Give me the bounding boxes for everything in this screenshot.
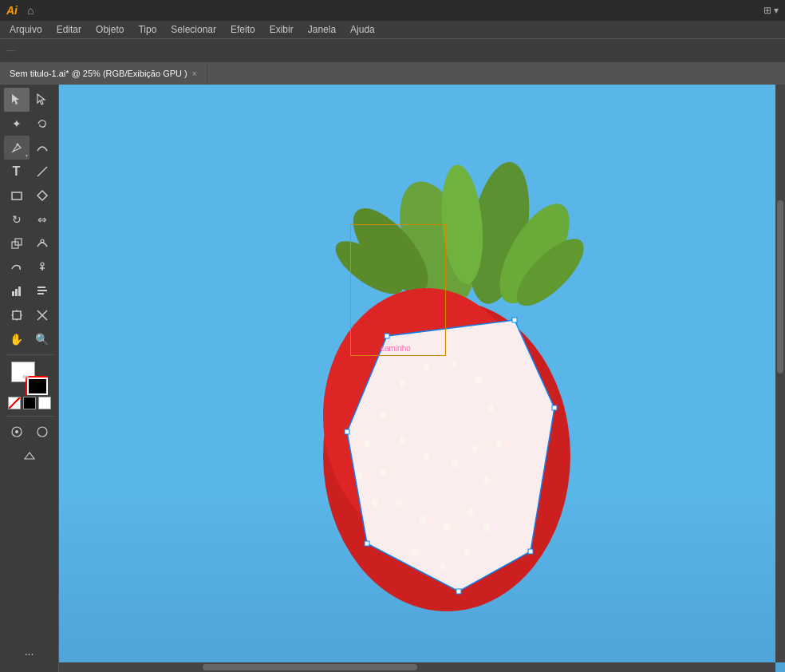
tool-row-type: T: [0, 160, 58, 184]
curvature-tool[interactable]: [30, 136, 55, 160]
svg-point-2: [16, 144, 18, 146]
tool-row-artboard: [0, 303, 58, 327]
menu-exibir[interactable]: Exibir: [263, 22, 300, 37]
home-icon[interactable]: ⌂: [27, 4, 34, 17]
tabbar: Sem titulo-1.ai* @ 25% (RGB/Exibição GPU…: [0, 62, 785, 85]
white-swatch[interactable]: [38, 397, 51, 409]
black-swatch[interactable]: [23, 397, 36, 409]
color-swatch-area: ⇆: [5, 358, 54, 413]
canvas-area[interactable]: caminho: [59, 85, 785, 672]
menu-objeto[interactable]: Objeto: [89, 22, 130, 37]
horizontal-scrollbar-thumb[interactable]: [203, 664, 417, 670]
tool-row-extra: [0, 420, 58, 444]
tool-row-extra2: [0, 444, 58, 468]
menu-efeito[interactable]: Efeito: [224, 22, 262, 37]
svg-rect-4: [12, 192, 22, 200]
strawberry-image: [243, 160, 658, 655]
menu-editar[interactable]: Editar: [50, 22, 88, 37]
lasso-tool[interactable]: [30, 112, 55, 136]
graph-col-tool[interactable]: [30, 279, 55, 303]
svg-rect-16: [37, 287, 45, 288]
svg-rect-66: [345, 429, 349, 434]
draw-inside-tool[interactable]: [4, 420, 30, 444]
svg-rect-15: [37, 293, 44, 294]
svg-point-26: [37, 427, 47, 437]
svg-rect-17: [13, 311, 21, 319]
shaper-tool[interactable]: [30, 184, 55, 208]
toolbar-top-handle: ····: [6, 46, 15, 55]
artwork-scene: caminho: [59, 85, 785, 672]
svg-rect-11: [12, 291, 14, 296]
pen-tool[interactable]: ▾: [4, 136, 30, 160]
scale-tool[interactable]: [4, 231, 30, 255]
tab-close-button[interactable]: ×: [192, 69, 197, 78]
rotate-tool[interactable]: ↻: [4, 208, 30, 231]
swap-colors-icon[interactable]: ⇆: [22, 373, 29, 381]
slice-tool[interactable]: [30, 303, 55, 327]
no-color-swatch[interactable]: [8, 397, 21, 409]
menu-arquivo[interactable]: Arquivo: [3, 22, 49, 37]
artboard-tool[interactable]: [4, 303, 30, 327]
vertical-scrollbar[interactable]: [775, 85, 785, 662]
svg-marker-1: [37, 94, 45, 105]
main-workspace: ✦ ▾ T: [0, 85, 785, 672]
tool-row-rotate: ↻ ⇔: [0, 208, 58, 231]
tool-row-graph: [0, 279, 58, 303]
puppet-warp-tool[interactable]: [30, 255, 55, 279]
rectangle-tool[interactable]: [4, 184, 30, 208]
tool-row-warp: [0, 255, 58, 279]
warp-tool[interactable]: [4, 255, 30, 279]
svg-rect-60: [385, 334, 389, 338]
tab-label: Sem titulo-1.ai* @ 25% (RGB/Exibição GPU…: [10, 69, 187, 78]
zoom-tool[interactable]: 🔍: [30, 327, 55, 351]
svg-line-3: [37, 167, 47, 176]
hand-tool[interactable]: ✋: [4, 327, 30, 351]
type-tool[interactable]: T: [4, 160, 30, 184]
tool-row-scale: [0, 231, 58, 255]
document-tab[interactable]: Sem titulo-1.ai* @ 25% (RGB/Exibição GPU…: [0, 62, 207, 85]
vertical-scrollbar-thumb[interactable]: [777, 200, 783, 374]
svg-rect-62: [552, 405, 557, 410]
perspective-tool[interactable]: [17, 444, 42, 468]
tool-divider-2: [6, 416, 53, 417]
left-toolbar: ✦ ▾ T: [0, 85, 59, 672]
svg-rect-13: [18, 287, 21, 296]
reshape-tool[interactable]: [30, 231, 55, 255]
menu-tipo[interactable]: Tipo: [132, 22, 163, 37]
direct-selection-tool[interactable]: [30, 88, 55, 112]
reflect-tool[interactable]: ⇔: [30, 208, 55, 231]
tool-row-hand: ✋ 🔍: [0, 327, 58, 351]
app-logo: Ai: [6, 4, 18, 17]
svg-rect-63: [528, 549, 533, 554]
line-tool[interactable]: [30, 160, 55, 184]
titlebar: Ai ⌂ ⊞ ▾: [0, 0, 785, 21]
tool-row-wand: ✦: [0, 112, 58, 136]
graph-bar-tool[interactable]: [4, 279, 30, 303]
toolbar-top: ····: [0, 38, 785, 62]
svg-rect-12: [15, 289, 18, 296]
more-tools-button[interactable]: ···: [17, 642, 42, 666]
tool-row-rect: [0, 184, 58, 208]
tool-divider-1: [6, 354, 53, 355]
stroke-swatch[interactable]: [27, 378, 48, 395]
tool-row-select: [0, 88, 58, 112]
menu-selecionar[interactable]: Selecionar: [164, 22, 223, 37]
svg-rect-64: [456, 589, 461, 594]
svg-rect-61: [512, 318, 517, 322]
svg-point-25: [15, 430, 18, 433]
fill-stroke-container: ⇆: [11, 362, 48, 395]
window-layout-icon[interactable]: ⊞ ▾: [763, 5, 779, 16]
svg-marker-0: [12, 94, 19, 105]
menu-janela[interactable]: Janela: [302, 22, 342, 37]
menu-ajuda[interactable]: Ajuda: [344, 22, 381, 37]
quick-color-swatches: [8, 397, 51, 409]
selection-tool[interactable]: [4, 88, 30, 112]
horizontal-scrollbar[interactable]: [59, 662, 775, 672]
magic-wand-tool[interactable]: ✦: [4, 112, 30, 136]
menubar: Arquivo Editar Objeto Tipo Selecionar Ef…: [0, 21, 785, 38]
svg-rect-65: [365, 541, 369, 546]
tool-row-pen: ▾: [0, 136, 58, 160]
appearance-tool[interactable]: [30, 420, 55, 444]
svg-rect-14: [37, 290, 47, 291]
svg-point-8: [41, 263, 44, 266]
